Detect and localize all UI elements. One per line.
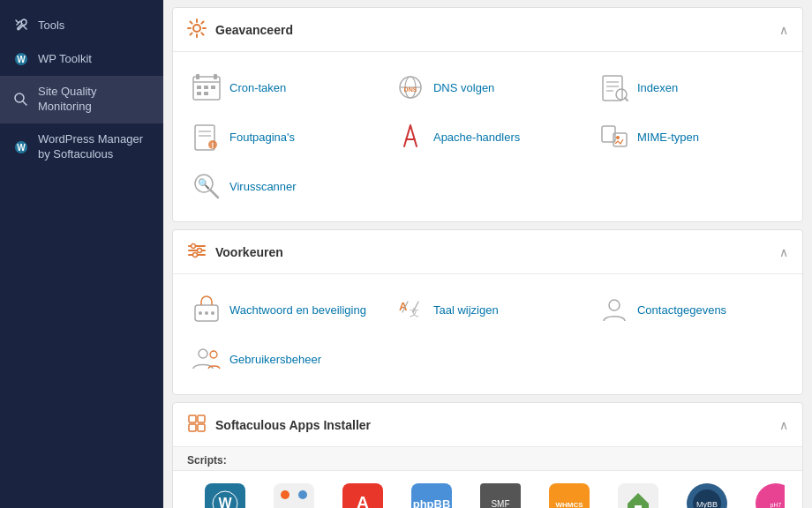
script-wordpress[interactable]: W WordPress (191, 478, 259, 508)
monitoring-icon (13, 92, 29, 108)
mime-label: MIME-typen (637, 131, 699, 144)
svg-line-4 (23, 101, 26, 105)
cron-icon (191, 71, 222, 103)
script-phpbb[interactable]: phpBB phpBB (397, 478, 466, 508)
voorkeuren-title: Voorkeuren (215, 245, 283, 259)
password-icon (191, 294, 222, 325)
mime-item[interactable]: MIME-typen (590, 112, 793, 161)
apache-label: Apache-handlers (433, 131, 520, 144)
wp-icon: W (13, 51, 29, 67)
error-icon: ! (191, 121, 222, 153)
tools-icon (13, 18, 29, 34)
svg-rect-16 (204, 92, 208, 95)
script-abantecart[interactable]: A AbanteCart (328, 478, 397, 508)
phpbb-icon: phpBB (411, 483, 452, 508)
virus-label: Virusscanner (229, 180, 297, 193)
sidebar-item-tools[interactable]: Tools (0, 9, 163, 42)
voorkeuren-header[interactable]: Voorkeuren ∧ (173, 230, 802, 274)
svg-rect-56 (198, 424, 205, 431)
password-label: Wachtwoord en beveiliging (229, 303, 366, 317)
contact-item[interactable]: Contactgegevens (590, 285, 793, 334)
svg-rect-53 (189, 415, 196, 422)
svg-text:🔍: 🔍 (198, 177, 210, 190)
dns-item[interactable]: DNS DNS volgen (386, 63, 590, 112)
svg-line-0 (23, 26, 26, 29)
script-joomla[interactable]: Joomla (259, 478, 328, 508)
svg-point-45 (199, 311, 202, 315)
index-label: Indexen (637, 81, 678, 94)
svg-text:WHMCS: WHMCS (555, 501, 583, 508)
apache-icon (395, 121, 426, 153)
monitoring-label: Site Quality Monitoring (38, 85, 150, 115)
script-mybb[interactable]: MyBB MyBB (673, 478, 741, 508)
scripts-carousel: ‹ W WordPress (173, 471, 802, 508)
svg-text:pH7: pH7 (771, 502, 782, 508)
users-item[interactable]: Gebruikersbeheer (182, 334, 386, 384)
contact-label: Contactgegevens (637, 303, 726, 317)
tools-label: Tools (38, 19, 64, 34)
svg-line-36 (210, 190, 218, 198)
svg-point-51 (199, 349, 207, 358)
smf-icon: SMF (480, 483, 521, 508)
svg-text:DNS: DNS (404, 86, 417, 93)
scripts-items: W WordPress Joomla (191, 478, 785, 508)
geavanceerd-chevron: ∧ (779, 23, 788, 37)
svg-text:A: A (357, 493, 369, 508)
svg-text:SMF: SMF (491, 499, 509, 508)
wptoolkit-label: WP Toolkit (38, 52, 92, 67)
svg-text:W: W (17, 55, 26, 64)
sidebar-item-wptoolkit[interactable]: W WP Toolkit (0, 42, 163, 76)
svg-text:W: W (218, 496, 232, 508)
ph7builder-icon: pH7 (756, 483, 785, 508)
sidebar-item-wpmanager[interactable]: W WordPress Manager by Softaculous (0, 123, 163, 171)
virus-item[interactable]: 🔍 Virusscanner (182, 161, 386, 211)
apache-item[interactable]: Apache-handlers (386, 112, 590, 161)
script-ph7builder[interactable]: pH7 pH7Builder (741, 478, 785, 508)
svg-text:phpBB: phpBB (413, 497, 451, 508)
abantecart-icon: A (342, 483, 383, 508)
users-icon (191, 343, 222, 375)
svg-point-34 (616, 136, 620, 139)
index-icon (598, 71, 630, 103)
wpmanager-label: WordPress Manager by Softaculous (38, 132, 150, 162)
svg-point-42 (198, 249, 202, 253)
wordpress-icon: W (205, 483, 245, 508)
virus-icon: 🔍 (191, 170, 222, 202)
password-item[interactable]: Wachtwoord en beveiliging (182, 285, 386, 334)
svg-rect-11 (214, 74, 217, 79)
users-label: Gebruikersbeheer (229, 353, 321, 366)
svg-rect-21 (603, 76, 622, 101)
voorkeuren-grid: Wachtwoord en beveiliging A 文 Taal wijzi… (173, 274, 802, 394)
svg-line-26 (625, 98, 628, 101)
softaculous-header[interactable]: Softaculous Apps Installer ∧ (173, 403, 802, 447)
mybb-icon: MyBB (687, 483, 727, 508)
main-content: Geavanceerd ∧ (163, 0, 812, 508)
geavanceerd-section: Geavanceerd ∧ (172, 7, 803, 222)
gear-section-icon (187, 19, 207, 41)
sidebar-item-monitoring[interactable]: Site Quality Monitoring (0, 76, 163, 123)
svg-rect-55 (189, 424, 196, 431)
svg-rect-14 (211, 86, 215, 89)
index-item[interactable]: Indexen (590, 63, 793, 112)
error-item[interactable]: ! Foutpagina's (182, 112, 386, 161)
script-openrealestate[interactable]: Open Real Estate (604, 478, 673, 508)
openrealestate-icon (618, 483, 658, 508)
softaculous-title: Softaculous Apps Installer (215, 418, 371, 432)
svg-point-7 (193, 25, 200, 32)
dns-icon: DNS (395, 71, 426, 103)
svg-rect-15 (197, 92, 201, 95)
softaculous-section-icon (187, 414, 207, 436)
svg-rect-13 (204, 86, 208, 89)
svg-text:MyBB: MyBB (696, 500, 718, 508)
lang-label: Taal wijzigen (433, 303, 499, 317)
lang-item[interactable]: A 文 Taal wijzigen (386, 285, 590, 334)
svg-point-43 (193, 253, 198, 258)
prefs-section-icon (187, 241, 207, 263)
script-smf[interactable]: SMF SMF (466, 478, 535, 508)
svg-text:W: W (17, 143, 26, 153)
cron-item[interactable]: Cron-taken (182, 63, 386, 112)
geavanceerd-header[interactable]: Geavanceerd ∧ (173, 8, 802, 52)
script-whmcs[interactable]: WHMCS WHMCS (535, 478, 604, 508)
whmcs-icon: WHMCS (549, 483, 590, 508)
softaculous-chevron: ∧ (779, 418, 788, 432)
